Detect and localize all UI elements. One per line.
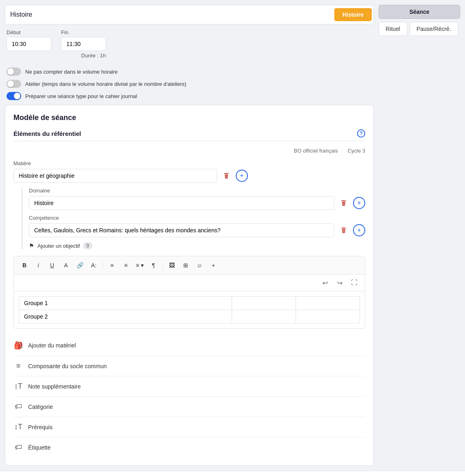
debut-label: Début <box>7 29 51 35</box>
section-title: Éléments du référentiel <box>13 130 81 137</box>
competence-row: + <box>29 223 365 237</box>
bag-icon: 🎒 <box>13 341 23 350</box>
table-cell[interactable]: Groupe 1 <box>19 297 232 310</box>
materiel-row[interactable]: 🎒 Ajouter du matériel <box>13 335 365 356</box>
domaine-delete-button[interactable] <box>338 197 350 209</box>
editor-wrapper: B i U A 🔗 A: ≡ ≡ ≡ ▾ ¶ 🖼 ⊞ ☺ + <box>13 256 365 329</box>
rituel-tab[interactable]: Rituel <box>379 22 407 36</box>
objectif-badge: 0 <box>83 242 92 249</box>
socle-row[interactable]: ≡ Composante du socle commun <box>13 356 365 376</box>
toolbar-link[interactable]: 🔗 <box>74 260 86 271</box>
toolbar-align-center[interactable]: ≡ <box>120 260 132 271</box>
seance-tab[interactable]: Séance <box>379 5 460 19</box>
toolbar-bold[interactable]: B <box>19 260 30 271</box>
table-cell[interactable] <box>296 310 360 323</box>
competence-label: Compétence <box>29 215 365 221</box>
table-row: Groupe 2 <box>19 310 360 323</box>
right-panel: Séance Rituel Pause/Récré. <box>379 5 460 466</box>
matiere-input[interactable] <box>13 169 217 183</box>
table-row: Groupe 1 <box>19 297 360 310</box>
referentiel-header: Éléments du référentiel ? <box>13 129 365 141</box>
toolbar-emoji[interactable]: ☺ <box>194 260 205 271</box>
domaine-row: + <box>29 196 365 210</box>
editor-actions: ↩ ↪ ⛶ <box>14 275 365 291</box>
domaine-label: Domaine <box>29 188 365 194</box>
competence-delete-button[interactable] <box>338 224 350 236</box>
prerequis-label: Prérequis <box>28 424 53 430</box>
footer-bar: Annuler ✓ Valider <box>0 471 465 476</box>
toggle-2[interactable] <box>7 80 21 88</box>
toggle-row-2: Atelier (temps dans le volume horaire di… <box>7 80 372 88</box>
toolbar-more[interactable]: + <box>208 260 219 271</box>
toolbar-list[interactable]: ≡ ▾ <box>134 260 145 271</box>
competence-add-button[interactable]: + <box>353 224 365 236</box>
socle-label: Composante du socle commun <box>28 363 107 369</box>
card-title: Modèle de séance <box>13 114 365 122</box>
title-input[interactable] <box>10 11 334 18</box>
cycle-label: Cycle 3 <box>348 148 365 154</box>
domaine-add-button[interactable]: + <box>353 197 365 209</box>
note-row[interactable]: ↕T Note supplémentaire <box>13 376 365 397</box>
table-cell[interactable]: Groupe 2 <box>19 310 232 323</box>
table-cell[interactable] <box>232 297 296 310</box>
pause-tab[interactable]: Pause/Récré. <box>410 22 458 36</box>
toggle-label-2: Atelier (temps dans le volume horaire di… <box>25 81 186 87</box>
editor-toolbar: B i U A 🔗 A: ≡ ≡ ≡ ▾ ¶ 🖼 ⊞ ☺ + <box>14 256 365 275</box>
toolbar-image[interactable]: 🖼 <box>166 260 178 271</box>
duration-label: Durée : 1h <box>81 52 106 63</box>
toolbar-italic[interactable]: i <box>33 260 44 271</box>
table-cell[interactable] <box>232 310 296 323</box>
etiquette-row[interactable]: 🏷 Étiquette <box>13 437 365 457</box>
competence-input[interactable] <box>29 223 334 237</box>
prerequis-row[interactable]: ↕T Prérequis <box>13 417 365 437</box>
toolbar-underline[interactable]: U <box>46 260 58 271</box>
title-bar: Histoire <box>5 5 374 24</box>
expandable-rows: 🎒 Ajouter du matériel ≡ Composante du so… <box>13 335 365 457</box>
bo-label: BO officiel français <box>294 148 338 154</box>
toolbar-color[interactable]: A <box>60 260 72 271</box>
toolbar-align-left[interactable]: ≡ <box>106 260 118 271</box>
toggle-row-3: Préparer une séance type pour le cahier … <box>7 92 372 100</box>
categorie-label: Catégorie <box>28 404 53 410</box>
matiere-add-button[interactable]: + <box>236 170 248 182</box>
tag-icon: 🏷 <box>13 402 23 411</box>
objectif-text: Ajouter un objectif <box>37 243 80 249</box>
toggle-3[interactable] <box>7 92 21 100</box>
list-icon: ≡ <box>13 362 23 370</box>
editor-content[interactable]: Groupe 1 Groupe 2 <box>14 291 365 328</box>
domaine-block: Domaine + Compétence <box>22 188 365 249</box>
undo-button[interactable]: ↩ <box>319 277 331 288</box>
note-label: Note supplémentaire <box>28 383 81 390</box>
note-icon: ↕T <box>13 382 23 391</box>
matiere-delete-button[interactable] <box>220 170 232 182</box>
histoire-button[interactable]: Histoire <box>334 8 372 21</box>
toggle-1[interactable] <box>7 68 21 76</box>
flag-icon: ⚑ <box>29 242 34 249</box>
etiquette-icon: 🏷 <box>13 443 23 452</box>
toggle-label-1: Ne pas compter dans le volume horaire <box>25 69 118 75</box>
table-cell[interactable] <box>296 297 360 310</box>
domaine-input[interactable] <box>29 196 334 210</box>
fin-label: Fin <box>61 29 106 35</box>
right-tabs-row: Rituel Pause/Récré. <box>379 22 460 36</box>
redo-button[interactable]: ↪ <box>334 277 345 288</box>
help-icon[interactable]: ? <box>357 129 365 138</box>
fullscreen-button[interactable]: ⛶ <box>349 277 360 288</box>
toolbar-fontsize[interactable]: A: <box>88 260 99 271</box>
toolbar-paragraph[interactable]: ¶ <box>148 260 159 271</box>
fin-input[interactable] <box>61 37 106 51</box>
editor-table: Groupe 1 Groupe 2 <box>19 296 360 323</box>
categorie-row[interactable]: 🏷 Catégorie <box>13 397 365 417</box>
toggle-row-1: Ne pas compter dans le volume horaire <box>7 68 372 76</box>
time-section: Début Fin Durée : 1h <box>5 29 374 63</box>
matiere-row: + <box>13 169 365 183</box>
debut-group: Début <box>7 29 51 51</box>
toolbar-table[interactable]: ⊞ <box>180 260 191 271</box>
objectif-row[interactable]: ⚑ Ajouter un objectif 0 <box>29 242 365 249</box>
toolbar-divider-1 <box>103 261 103 269</box>
toggle-section: Ne pas compter dans le volume horaire At… <box>5 68 374 100</box>
materiel-label: Ajouter du matériel <box>28 342 76 349</box>
matiere-label: Matière <box>13 160 365 166</box>
fin-group: Fin Durée : 1h <box>61 29 106 63</box>
debut-input[interactable] <box>7 37 51 51</box>
